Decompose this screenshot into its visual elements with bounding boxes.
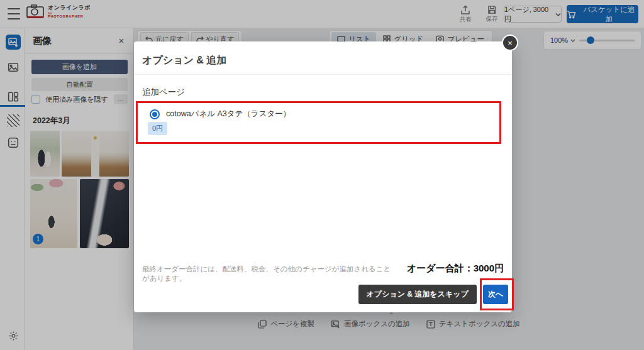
order-total: オーダー合計：3000円 bbox=[407, 263, 504, 275]
radio-selected-icon[interactable] bbox=[150, 109, 160, 119]
modal-close-button[interactable]: × bbox=[502, 35, 518, 51]
panel-option-radio-row[interactable]: cotowaパネル A3タテ（ラスター） bbox=[150, 109, 291, 119]
options-additions-modal: × オプション & 追加 追加ページ cotowaパネル A3タテ（ラスター） … bbox=[134, 41, 512, 312]
option-label: cotowaパネル A3タテ（ラスター） bbox=[166, 109, 291, 119]
modal-title: オプション & 追加 bbox=[142, 54, 226, 67]
app-window: オンラインラボ for PHOTOGRAPHER 共有 保存 1ページ, 300… bbox=[0, 0, 644, 350]
skip-options-button[interactable]: オプション & 追加をスキップ bbox=[358, 285, 477, 304]
disclaimer-text: 最終オーダー合計には、配送料、税金、その他のチャージが追加されることがあります。 bbox=[142, 265, 394, 283]
additional-pages-label: 追加ページ bbox=[142, 87, 185, 98]
modal-footer: 最終オーダー合計には、配送料、税金、その他のチャージが追加されることがあります。… bbox=[142, 263, 504, 283]
option-price-badge: 0円 bbox=[148, 122, 167, 135]
close-icon: × bbox=[508, 38, 513, 48]
modal-divider bbox=[134, 74, 512, 75]
modal-buttons: オプション & 追加をスキップ 次へ bbox=[358, 285, 508, 304]
next-button[interactable]: 次へ bbox=[483, 285, 508, 304]
radio-dot bbox=[152, 112, 157, 117]
